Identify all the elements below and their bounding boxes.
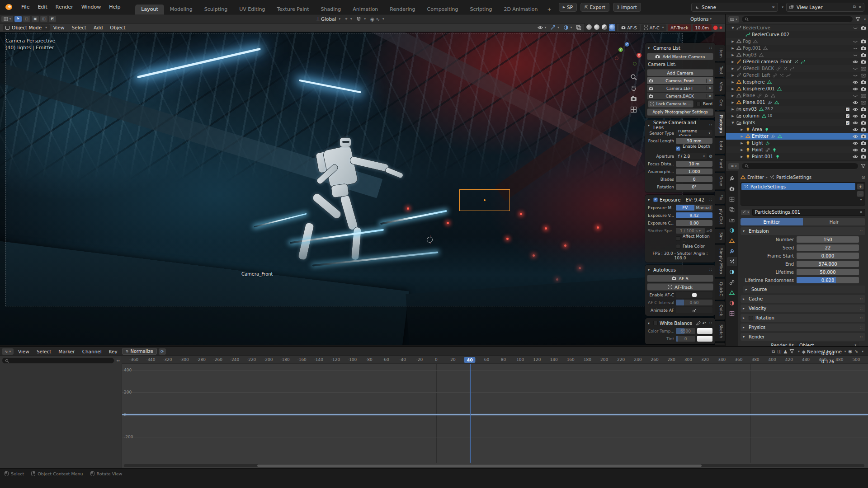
menu-edit[interactable]: Edit [33, 0, 51, 14]
outliner-search-input[interactable] [741, 16, 853, 23]
properties-tab-tool[interactable] [727, 174, 737, 183]
import-button[interactable]: ⟫Import [613, 3, 641, 12]
hide-viewport-eye-icon[interactable] [853, 154, 858, 160]
graph-menu-key[interactable]: Key [105, 349, 121, 354]
gizmos-dropdown[interactable]: ▾ [549, 24, 561, 31]
render-disabled-camera-icon[interactable] [861, 66, 866, 71]
n-panel-tab-photogra[interactable]: Photogra [715, 111, 725, 137]
afs-header-button[interactable]: AF-S [618, 24, 639, 31]
curve-tools-icon[interactable]: ∿ [854, 349, 858, 354]
hide-viewport-eye-icon[interactable] [853, 120, 858, 126]
camera-list-item[interactable]: Camera.BACK✕ [647, 93, 713, 99]
more-options-dropdown[interactable]: ▾ [862, 350, 863, 353]
expand-caret[interactable]: ▶ [740, 155, 744, 159]
color-temperature-slider[interactable]: 6500 [676, 328, 695, 334]
aperture-dropdown[interactable]: f / 2.8▾ [676, 153, 707, 159]
outliner-item-point-001[interactable]: ▶Point.001 [726, 153, 868, 160]
n-panel-tab-quickc[interactable]: QuickC [715, 278, 725, 300]
emission-panel-header[interactable]: ▾Emission∷ [741, 227, 865, 235]
panel-header-cache[interactable]: ▸Cache∷ [741, 295, 865, 303]
outliner-item-plane-001[interactable]: ▶Plane.001 [726, 99, 868, 106]
n-panel-tab-flu[interactable]: Flu [715, 191, 725, 204]
graph-menu-select[interactable]: Select [33, 349, 55, 354]
channel-search-input[interactable] [2, 357, 114, 364]
outliner-item-point[interactable]: ▶Point [726, 146, 868, 153]
end-field[interactable]: 374.000 [797, 261, 859, 267]
item-name[interactable]: Emitter [752, 134, 769, 139]
enable-dof-checkbox[interactable]: Enable Depth ... [676, 144, 712, 153]
outliner-item-gpencil-back[interactable]: ▶GPencil_BACK [726, 65, 868, 72]
select-mode-set[interactable]: ▢ [23, 16, 30, 22]
expand-caret[interactable]: ▶ [731, 53, 735, 57]
item-name[interactable]: GPencil camera_Front [743, 59, 792, 64]
outliner-item-beziercurve-002[interactable]: BezierCurve.002 [726, 31, 868, 38]
exposure-mode-ev[interactable]: EV [676, 205, 694, 211]
menu-render[interactable]: Render [52, 0, 77, 14]
expand-channels-icon[interactable]: ↔ [116, 358, 120, 363]
af-track-button[interactable]: AF-Track [647, 283, 713, 291]
expand-caret[interactable]: ▶ [731, 67, 735, 70]
scene-browse-dropdown[interactable]: ▾ [782, 5, 784, 9]
workspace-tab-texture-paint[interactable]: Texture Paint [271, 5, 315, 14]
disable-render-camera-icon[interactable] [861, 46, 866, 51]
focus-distance-value[interactable]: 10.0m [693, 24, 712, 31]
properties-tab-view-layer[interactable] [727, 205, 737, 214]
gizmo-axis--y[interactable] [633, 62, 637, 66]
expand-caret[interactable]: ▶ [731, 108, 735, 111]
temperature-swatch[interactable] [697, 328, 712, 334]
hidden-eye-icon[interactable] [853, 73, 858, 78]
focus-distance-field[interactable]: 10 m [676, 161, 712, 167]
hidden-eye-icon[interactable] [853, 25, 858, 31]
shading-material[interactable] [601, 24, 608, 31]
filter-dropdown[interactable]: ▾ [798, 350, 800, 353]
workspace-tab-modeling[interactable]: Modeling [164, 5, 198, 14]
breadcrumb-object[interactable]: Emitter [747, 175, 764, 180]
proportional-editing-dropdown[interactable]: ◉∿▾ [370, 16, 384, 22]
workspace-tab-scripting[interactable]: Scripting [464, 5, 498, 14]
expand-caret[interactable]: ▶ [740, 148, 744, 152]
n-panel-tab-hard[interactable]: Hard [715, 155, 725, 172]
n-panel-tab-item[interactable]: Item [715, 45, 725, 61]
overlays-dropdown[interactable]: ▾ [562, 24, 574, 31]
seed-field[interactable]: 22 [797, 244, 859, 251]
disable-render-camera-icon[interactable] [861, 141, 866, 146]
n-panel-tab-cre[interactable]: Cre [715, 96, 725, 110]
expand-caret[interactable]: ▶ [731, 74, 735, 77]
item-name[interactable]: Fog.001 [743, 46, 761, 51]
expand-caret[interactable]: ▶ [731, 47, 735, 50]
outliner-item-beziercurve[interactable]: ▼BezierCurve [726, 24, 868, 31]
sp-button[interactable]: ▶SP [559, 3, 577, 12]
focal-length-field[interactable]: 50 mm [676, 138, 712, 144]
item-name[interactable]: Icosphere [743, 80, 765, 84]
add-slot-button[interactable]: + [857, 183, 864, 190]
delete-camera-icon[interactable]: ✕ [706, 86, 712, 90]
add-camera-button[interactable]: Add Camera [647, 69, 713, 76]
item-name[interactable]: env03 [743, 107, 757, 112]
item-name[interactable]: Fog [743, 39, 751, 44]
afs-button[interactable]: AF-S [647, 275, 713, 282]
outliner-item-area[interactable]: ▶Area [726, 126, 868, 133]
gizmo-axis--x[interactable] [615, 56, 618, 60]
outliner-item-icosphere[interactable]: ▶Icosphere [726, 79, 868, 85]
properties-tab-world[interactable] [727, 226, 737, 235]
hide-viewport-eye-icon[interactable] [853, 141, 858, 146]
lock-camera-button[interactable]: Lock Camera to ... [648, 100, 693, 108]
hidden-eye-icon[interactable] [853, 46, 858, 51]
blender-logo-icon[interactable] [5, 4, 14, 11]
expand-caret[interactable]: ▶ [731, 40, 735, 43]
hide-viewport-eye-icon[interactable] [853, 134, 858, 139]
expand-caret[interactable]: ▶ [731, 101, 735, 104]
n-panel-tab-sketch[interactable]: Sketch [715, 321, 725, 342]
collection-checkbox[interactable]: ✓ [845, 114, 850, 118]
n-panel-tab-bota[interactable]: bota [715, 137, 725, 154]
shutter-speed-dropdown[interactable]: 1 / 100 s▾ [676, 228, 705, 234]
disable-render-camera-icon[interactable] [861, 120, 866, 126]
playhead[interactable] [470, 364, 471, 463]
view-layer-remove-icon[interactable]: ✕ [858, 5, 862, 9]
properties-tab-texture[interactable] [727, 309, 737, 318]
options-dropdown[interactable]: Options▾ [690, 16, 712, 22]
tint-swatch[interactable] [697, 336, 712, 342]
hide-viewport-eye-icon[interactable] [853, 147, 858, 153]
editor-type-dropdown[interactable]: ▾ [1, 16, 13, 22]
menu-help[interactable]: Help [105, 0, 124, 14]
